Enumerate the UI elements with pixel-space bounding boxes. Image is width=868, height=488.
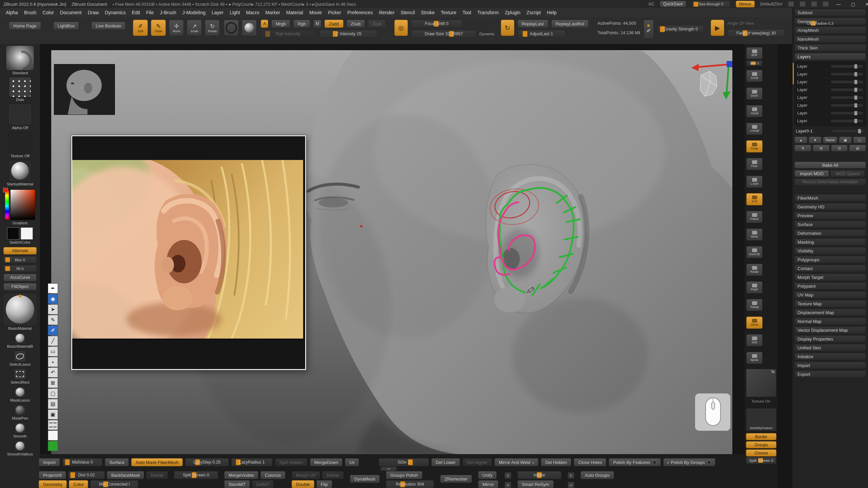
tool-section-subtool[interactable]: Subtool — [794, 9, 866, 16]
mode-edit-button[interactable]: ✐Edit — [133, 20, 148, 36]
menu-edit[interactable]: Edit — [129, 8, 143, 17]
focal-shift-slider[interactable]: Focal Shift 0 — [411, 20, 462, 28]
menu-texture[interactable]: Texture — [438, 8, 459, 17]
tool-section-export[interactable]: Export — [794, 370, 866, 378]
layer-slider-handle[interactable] — [854, 87, 857, 92]
selected-layer-row[interactable]: Layer0-1 — [794, 128, 866, 135]
layer-slider-handle[interactable] — [854, 80, 857, 84]
floor-button[interactable]: Floor — [746, 158, 763, 170]
menus-button[interactable]: Menus — [736, 1, 755, 7]
min-connected-l-slider[interactable]: Min Connected l — [90, 480, 138, 488]
image-tool[interactable]: ▣ — [48, 409, 58, 420]
transp-button[interactable]: Transp — [746, 299, 763, 311]
storemt-button[interactable]: StoreMT — [224, 480, 250, 488]
palette-tool[interactable] — [48, 420, 58, 430]
tool-section-polygroups[interactable]: Polygroups — [794, 256, 866, 263]
axis-toggle-button[interactable]: ⇄ — [505, 482, 511, 488]
frame-button[interactable]: Frame — [746, 211, 763, 223]
titlebar-tool-icon[interactable] — [800, 1, 806, 7]
tray-collapse-handle[interactable]: ◂ ▸ — [380, 466, 397, 471]
switchcolor-icon[interactable] — [7, 227, 33, 240]
gravity-strength-slider[interactable]: Gravity Strength 0 — [658, 25, 704, 33]
toggle-dot[interactable] — [653, 461, 656, 464]
dynamic-toggle[interactable]: Dynamic — [479, 32, 495, 36]
layer-row-0[interactable]: Layer — [796, 63, 865, 70]
tool-section-display-properties[interactable]: Display Properties — [794, 335, 866, 343]
dots-icon[interactable] — [9, 77, 31, 97]
fov-slider[interactable]: Field of view(deg) 30 — [727, 29, 785, 37]
menu-transform[interactable]: Transform — [474, 8, 502, 17]
lazystep-0-25-slider[interactable]: LazyStep 0.25 — [185, 458, 229, 466]
blur-0-slider[interactable]: Blur 0 — [3, 256, 37, 263]
pencil-tool[interactable]: ✎ — [48, 315, 58, 325]
line-tool[interactable]: ╱ — [48, 336, 58, 346]
layer-intensity-slider[interactable] — [831, 111, 863, 115]
layer-row-2[interactable]: Layer — [796, 78, 865, 86]
tool-section-deformation[interactable]: Deformation — [794, 229, 866, 237]
zcut-button[interactable]: Zcut — [368, 20, 385, 28]
lazyradius-1-slider[interactable]: LazyRadius 1 — [231, 458, 273, 466]
reference-window-top-bar[interactable] — [72, 136, 305, 160]
tool-section-masking[interactable]: Masking — [794, 238, 866, 246]
green-swatch[interactable] — [48, 441, 58, 451]
layer-intensity-slider[interactable] — [831, 104, 863, 107]
smooth-icon[interactable] — [14, 422, 26, 434]
polish-by-features-button[interactable]: Polish By Features — [609, 458, 660, 466]
groups-button[interactable]: Groups — [746, 441, 776, 448]
palette-color[interactable] — [49, 427, 53, 427]
xyz-button[interactable]: XYZ — [746, 193, 763, 205]
tool-section-morph-target[interactable]: Morph Target — [794, 273, 866, 281]
split-screen-0-slider[interactable]: Split Screen 0 — [174, 471, 218, 479]
see-through-slider[interactable]: See-through 0 — [692, 1, 730, 8]
axis-toggle-button[interactable]: ⇅ — [568, 472, 574, 479]
smart-resym-button[interactable]: Smart ReSym — [517, 480, 554, 488]
auto-groups-button[interactable]: Auto Groups — [580, 471, 614, 479]
zoom-button[interactable]: Zoom — [746, 87, 763, 100]
color-a-button[interactable]: A — [261, 20, 268, 28]
selectlasso-icon[interactable] — [14, 350, 26, 362]
layer-slider-handle[interactable] — [854, 119, 857, 123]
del-higher-button[interactable]: Del Higher — [462, 458, 492, 466]
draw-size-slider[interactable]: Draw Size 32.70957 — [411, 30, 477, 38]
delmt-button[interactable]: DelMT — [252, 480, 274, 488]
menu-document[interactable]: Document — [57, 8, 85, 17]
z-intensity-slider[interactable]: Z Intensity 25 — [320, 30, 377, 38]
menu-marker[interactable]: Marker — [262, 8, 283, 17]
split-screen-slider[interactable]: Split Screen 0 — [746, 457, 776, 464]
layer-move-up-button[interactable]: ▲ — [794, 137, 807, 143]
xpose-button[interactable]: Xpose — [746, 352, 763, 364]
mergevisible-button[interactable]: MergeVisible — [224, 471, 258, 479]
palette-color[interactable] — [49, 423, 53, 423]
basicmaterialb-icon[interactable] — [14, 332, 26, 344]
tool-section-contact[interactable]: Contact — [794, 265, 866, 272]
lightbox-button[interactable]: LightBox — [53, 22, 79, 30]
menu-layer[interactable]: Layer — [209, 8, 226, 17]
gradient-icon[interactable] — [3, 188, 37, 221]
mask-by-feature-button[interactable]: MaskByFeature — [746, 408, 776, 431]
mergedown-button[interactable]: MergeDown — [310, 458, 342, 466]
tool-section-surface[interactable]: Surface — [794, 221, 866, 228]
mode-scale-button[interactable]: ↗Scale — [187, 20, 202, 36]
layer-row-4[interactable]: Layer — [796, 94, 865, 102]
layer-intensity-slider[interactable] — [831, 80, 863, 84]
layer-intensity-slider[interactable] — [831, 88, 863, 92]
layer-delete-button[interactable]: ⊟ — [831, 145, 848, 151]
menu-j-modeling[interactable]: J-Modeling — [179, 8, 209, 17]
menu-brush[interactable]: Brush — [21, 8, 40, 17]
main-color-swatch[interactable] — [7, 227, 19, 240]
menu-zplugin[interactable]: Zplugin — [502, 8, 524, 17]
clipboard-tool[interactable]: ▤ — [48, 399, 58, 409]
menu-j-brush[interactable]: J-Brush — [157, 8, 179, 17]
titlebar-tool-icon[interactable] — [788, 1, 794, 7]
bpr-button[interactable]: BPR — [746, 47, 763, 59]
zoom3d-button[interactable]: Zoom3D — [746, 246, 763, 258]
palette-color[interactable] — [53, 427, 57, 427]
adjust-last-slider[interactable]: AdjustLast 1 — [517, 30, 566, 38]
axis-toggle-button[interactable]: ⇅ — [505, 472, 511, 479]
layer-row-5[interactable]: Layer — [796, 102, 865, 109]
minimize-button[interactable]: — — [834, 2, 843, 7]
spix-slider[interactable]: SPix 3 — [746, 60, 763, 66]
reference-image-window[interactable] — [71, 135, 306, 370]
zremesher-button[interactable]: ZRemesher — [440, 475, 472, 483]
menu-picker[interactable]: Picker — [325, 8, 344, 17]
